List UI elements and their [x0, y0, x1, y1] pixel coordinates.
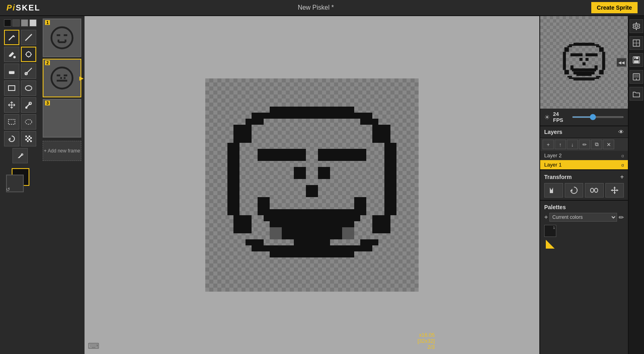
svg-rect-51 [384, 179, 396, 215]
svg-rect-74 [596, 46, 601, 47]
frame-item[interactable]: 1 [43, 19, 81, 57]
svg-rect-111 [634, 57, 638, 59]
frame-item[interactable]: 3 [43, 99, 81, 138]
delete-layer-button[interactable]: ✕ [603, 140, 614, 149]
transform-header: Transform + [543, 173, 625, 183]
left-toolbar: ↺ [0, 16, 40, 354]
svg-point-3 [13, 56, 16, 58]
rect-tool[interactable] [4, 80, 19, 96]
palettes-dropdown[interactable]: Current colors [549, 213, 617, 222]
svg-rect-22 [29, 136, 30, 137]
add-layer-button[interactable]: + [543, 140, 554, 149]
svg-rect-18 [8, 119, 15, 124]
right-panel: ◀◀ ☀ 24 FPS Layers 👁 + ↑ ↓ ✏ ⧉ ✕ Layer 2 [539, 16, 628, 354]
layer-alpha: α [621, 163, 624, 167]
line-tool[interactable] [21, 30, 36, 45]
frame-item-active[interactable]: 2 ▶ [43, 59, 81, 97]
swatch-dark[interactable] [12, 19, 20, 27]
rotate-button[interactable] [565, 183, 584, 198]
add-frame-button[interactable]: + Add new frame [43, 141, 81, 161]
frame-active-arrow: ▶ [79, 75, 84, 81]
frame-thumbnail [48, 64, 76, 92]
tool-row-3 [4, 64, 36, 79]
move-layer-down-button[interactable]: ↓ [567, 140, 578, 149]
svg-rect-62 [306, 185, 318, 197]
swap-colors-icon[interactable]: ↺ [6, 187, 10, 192]
move-layer-up-button[interactable]: ↑ [555, 140, 566, 149]
svg-rect-68 [294, 239, 330, 245]
svg-rect-55 [360, 239, 378, 245]
collapse-preview-button[interactable]: ◀◀ [617, 58, 626, 67]
mirror-button[interactable] [585, 183, 604, 198]
layers-section: Layers 👁 + ↑ ↓ ✏ ⧉ ✕ Layer 2 α Layer 1 α [540, 126, 628, 169]
rename-layer-button[interactable]: ✏ [579, 140, 590, 149]
layers-visibility-icon[interactable]: 👁 [618, 129, 624, 135]
edit-palette-icon[interactable]: ✏ [619, 214, 624, 221]
save-button[interactable] [630, 53, 643, 67]
settings-button[interactable] [630, 19, 643, 33]
stroke-tool[interactable] [21, 64, 36, 79]
svg-rect-46 [233, 125, 252, 143]
rotate-tool[interactable] [4, 131, 19, 146]
dropper-tool[interactable] [12, 148, 28, 163]
pan-tool[interactable] [4, 97, 19, 113]
page-title: New Piskel * [298, 4, 334, 11]
svg-rect-94 [576, 74, 592, 76]
layer-item-active[interactable]: Layer 1 α [540, 160, 628, 169]
preview-area: ◀◀ [540, 16, 628, 109]
svg-rect-40 [60, 77, 62, 79]
add-palette-button[interactable]: + [544, 214, 548, 221]
open-button[interactable] [630, 87, 643, 101]
svg-point-19 [25, 119, 32, 124]
frame-number: 2 [45, 60, 50, 65]
ellipse-tool[interactable] [21, 80, 36, 96]
svg-rect-45 [360, 119, 378, 125]
fps-slider[interactable] [572, 116, 624, 118]
move-button[interactable] [605, 183, 624, 198]
rect-select-tool[interactable] [4, 114, 19, 130]
palette-color-item[interactable]: 1 [544, 225, 556, 237]
layer-item[interactable]: Layer 2 α [540, 151, 628, 160]
app-logo: PiSKEL [6, 3, 40, 12]
dither-tool[interactable] [21, 131, 36, 146]
sprite-canvas[interactable] [215, 88, 409, 282]
svg-rect-83 [569, 78, 599, 79]
fill-tool[interactable] [4, 47, 19, 62]
keyboard-shortcut-icon[interactable]: ⌨ [88, 341, 99, 351]
export-button[interactable] [630, 70, 643, 84]
layer-name: Layer 2 [544, 152, 621, 158]
duplicate-layer-button[interactable]: ⧉ [591, 140, 602, 149]
svg-marker-103 [613, 192, 616, 194]
tool-row-4 [4, 80, 36, 96]
svg-rect-113 [634, 60, 639, 63]
svg-rect-77 [563, 52, 566, 70]
swatch-black[interactable] [4, 19, 11, 27]
create-sprite-button[interactable]: Create Sprite [591, 2, 638, 13]
lasso-select-tool[interactable] [21, 114, 36, 130]
eraser-tool[interactable] [4, 64, 19, 79]
canvas-container[interactable] [205, 78, 419, 292]
svg-rect-25 [25, 139, 27, 140]
svg-rect-27 [27, 140, 29, 142]
svg-rect-38 [64, 74, 67, 76]
svg-rect-21 [25, 136, 27, 137]
svg-rect-28 [30, 140, 32, 142]
palettes-header: Palettes [543, 203, 625, 213]
svg-marker-105 [617, 189, 618, 191]
swatch-light[interactable] [29, 19, 37, 27]
transform-add-button[interactable]: + [620, 173, 624, 181]
palette-colors: 1 [543, 223, 625, 250]
resize-button[interactable] [630, 36, 643, 50]
svg-point-4 [26, 52, 31, 57]
frames-panel: 1 2 ▶ 3 [40, 16, 85, 354]
pencil-tool[interactable] [4, 30, 19, 45]
eyedropper-tool[interactable] [21, 97, 36, 113]
canvas-area[interactable]: x16.05 [32x32] 2/3 ⌨ [85, 16, 539, 354]
tool-row-6 [4, 114, 36, 130]
canvas-drawing [205, 78, 419, 292]
magic-wand-tool[interactable] [21, 47, 36, 62]
svg-rect-23 [27, 137, 29, 139]
fps-icon: ☀ [544, 113, 550, 121]
swatch-mid[interactable] [21, 19, 28, 27]
flip-horizontal-button[interactable] [544, 183, 563, 198]
